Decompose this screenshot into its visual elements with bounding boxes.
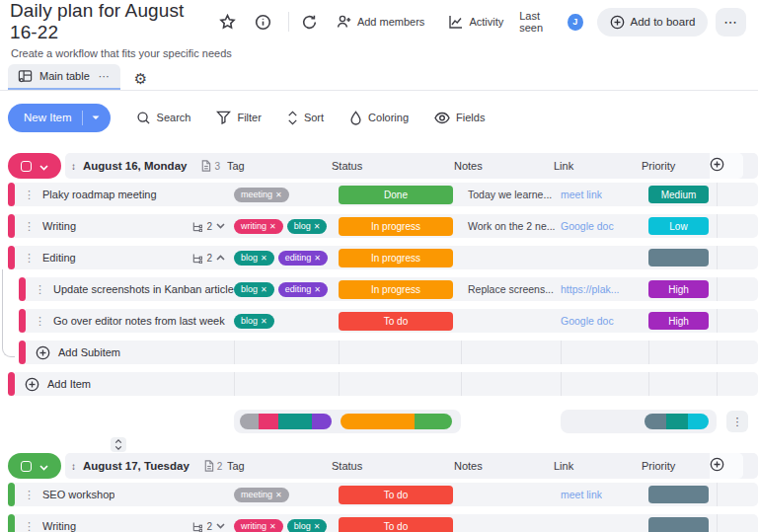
- status-pill[interactable]: To do: [339, 486, 453, 504]
- item-row[interactable]: ⋮Editing2blog✕editing✕In progress: [8, 246, 758, 269]
- row-menu-icon[interactable]: ⋮: [24, 220, 35, 233]
- tab-main-table[interactable]: Main table ⋯: [8, 64, 120, 90]
- coloring-button[interactable]: Coloring: [349, 111, 409, 125]
- link-cell: meet link: [561, 483, 648, 506]
- row-menu-icon[interactable]: ⋮: [35, 283, 45, 296]
- subitem-row[interactable]: ⋮Go over editor notes from last weekblog…: [19, 309, 758, 333]
- status-pill[interactable]: To do: [339, 312, 453, 331]
- fields-button[interactable]: Fields: [434, 112, 485, 124]
- notes-cell: [461, 246, 561, 269]
- add-item-button[interactable]: Add Item: [15, 377, 91, 392]
- link-text[interactable]: meet link: [561, 489, 602, 500]
- item-row[interactable]: ⋮SEO workshopmeeting✕To domeet link: [8, 483, 758, 506]
- add-column-cell: [710, 153, 743, 179]
- link-text[interactable]: meet link: [561, 189, 602, 200]
- tag-distribution-bar[interactable]: [240, 414, 332, 429]
- subitem-toggle[interactable]: 2: [191, 253, 234, 264]
- link-text[interactable]: Google doc: [561, 315, 614, 327]
- tag-pill-blog[interactable]: blog✕: [287, 219, 328, 234]
- new-item-dropdown[interactable]: [82, 111, 111, 125]
- row-menu-icon[interactable]: ⋮: [24, 489, 35, 501]
- group-reorder-handle[interactable]: [111, 437, 126, 452]
- tag-remove-icon[interactable]: ✕: [275, 491, 282, 499]
- sort-button[interactable]: Sort: [287, 111, 324, 125]
- row-menu-icon[interactable]: ⋮: [24, 252, 35, 265]
- activity-button[interactable]: Activity: [448, 14, 503, 30]
- row-menu-icon[interactable]: ⋮: [24, 189, 35, 201]
- new-item-button[interactable]: New Item: [8, 104, 111, 132]
- tag-remove-icon[interactable]: ✕: [261, 285, 267, 294]
- group-collapse-pill[interactable]: [8, 153, 61, 179]
- priority-pill[interactable]: [648, 517, 709, 532]
- priority-cell: Low: [648, 214, 717, 238]
- tab-options-icon[interactable]: ⋯: [97, 70, 111, 83]
- add-members-button[interactable]: Add members: [337, 14, 424, 30]
- row-menu-icon[interactable]: ⋮: [35, 315, 45, 328]
- group-checkbox[interactable]: [21, 461, 32, 472]
- subitem-row[interactable]: ⋮Update screenshots in Kanban articleblo…: [19, 277, 758, 301]
- status-pill[interactable]: In progress: [339, 249, 453, 267]
- tag-remove-icon[interactable]: ✕: [261, 254, 267, 263]
- priority-distribution-bar[interactable]: [644, 414, 709, 429]
- drag-handle-icon[interactable]: ↕: [71, 161, 76, 172]
- add-subitem-row[interactable]: Add Subitem: [19, 341, 758, 364]
- tag-remove-icon[interactable]: ✕: [261, 317, 267, 326]
- priority-pill[interactable]: [648, 249, 709, 266]
- priority-pill[interactable]: [648, 486, 709, 503]
- add-to-board-button[interactable]: Add to board: [597, 8, 709, 37]
- status-pill[interactable]: To do: [339, 517, 453, 532]
- status-pill[interactable]: In progress: [339, 217, 453, 236]
- tag-remove-icon[interactable]: ✕: [314, 254, 321, 263]
- tag-remove-icon[interactable]: ✕: [314, 285, 321, 294]
- tag-pill-blog[interactable]: blog✕: [234, 314, 274, 329]
- subitem-toggle[interactable]: 2: [191, 221, 234, 232]
- group-checkbox[interactable]: [21, 161, 32, 172]
- empty-cell: [461, 341, 561, 364]
- board-more-button[interactable]: ⋯: [716, 8, 746, 37]
- info-icon[interactable]: [251, 9, 276, 35]
- tag-pill-blog[interactable]: blog✕: [287, 519, 328, 532]
- status-distribution-bar[interactable]: [341, 414, 452, 429]
- add-column-icon[interactable]: [710, 157, 724, 176]
- tag-pill-meeting[interactable]: meeting✕: [234, 488, 289, 502]
- avatar[interactable]: J: [568, 14, 582, 31]
- summary-menu-button[interactable]: ⋮: [726, 411, 748, 432]
- priority-pill[interactable]: Low: [648, 217, 709, 235]
- tag-remove-icon[interactable]: ✕: [275, 190, 282, 199]
- drag-handle-icon[interactable]: ↕: [71, 461, 76, 472]
- priority-pill[interactable]: High: [648, 280, 709, 298]
- add-item-row[interactable]: Add Item: [8, 372, 758, 396]
- tag-pill-writing[interactable]: writing✕: [234, 519, 283, 532]
- gear-icon[interactable]: ⚙: [134, 71, 147, 86]
- status-pill[interactable]: In progress: [339, 280, 453, 299]
- link-text[interactable]: https://plak...: [561, 283, 620, 295]
- tag-pill-editing[interactable]: editing✕: [278, 251, 328, 266]
- star-icon[interactable]: [215, 9, 241, 35]
- tag-pill-editing[interactable]: editing✕: [278, 282, 328, 297]
- status-pill[interactable]: Done: [339, 186, 453, 204]
- filter-button[interactable]: Filter: [216, 111, 261, 124]
- sync-icon[interactable]: [297, 9, 323, 35]
- tag-remove-icon[interactable]: ✕: [269, 522, 276, 531]
- add-subitem-button[interactable]: Add Subitem: [26, 345, 120, 360]
- tag-pill-blog[interactable]: blog✕: [234, 282, 274, 297]
- tag-pill-writing[interactable]: writing✕: [234, 219, 283, 234]
- group-title-cell: ↕August 16, Monday34: [65, 153, 227, 179]
- link-text[interactable]: Google doc: [561, 220, 614, 232]
- tag-pill-meeting[interactable]: meeting✕: [234, 188, 289, 202]
- subitem-toggle[interactable]: 2: [191, 521, 234, 532]
- tag-pill-blog[interactable]: blog✕: [234, 251, 274, 266]
- tag-remove-icon[interactable]: ✕: [314, 522, 321, 531]
- priority-pill[interactable]: Medium: [648, 186, 709, 203]
- tag-remove-icon[interactable]: ✕: [269, 222, 276, 231]
- item-row[interactable]: ⋮Writing2writing✕blog✕In progressWork on…: [8, 214, 758, 238]
- search-button[interactable]: Search: [136, 111, 191, 125]
- group-collapse-pill[interactable]: [8, 453, 61, 479]
- item-row[interactable]: ⋮Writing2writing✕blog✕To do: [8, 514, 758, 532]
- priority-pill[interactable]: High: [648, 312, 709, 330]
- add-column-icon[interactable]: [710, 457, 724, 476]
- row-body: ⋮Go over editor notes from last weekblog…: [26, 309, 758, 333]
- tag-remove-icon[interactable]: ✕: [314, 222, 321, 231]
- item-row[interactable]: ⋮Plaky roadmap meetingmeeting✕DoneToday …: [8, 183, 758, 206]
- row-menu-icon[interactable]: ⋮: [24, 520, 35, 532]
